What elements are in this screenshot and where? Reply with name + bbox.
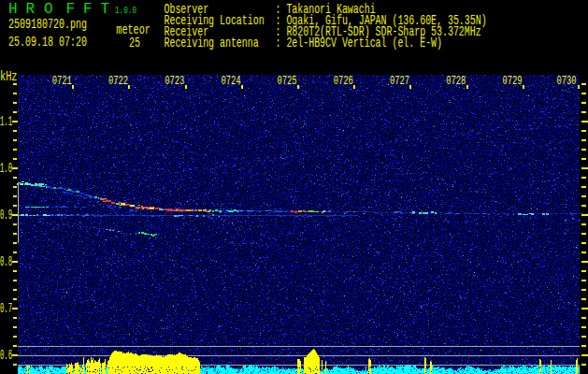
svg-text:Receiving antenna : 2el-HB9C: Receiving antenna : 2el-HB9CV Vertical (… bbox=[165, 36, 443, 51]
svg-text:0727: 0727 bbox=[390, 74, 409, 88]
svg-text:kHz: kHz bbox=[0, 69, 18, 84]
svg-text:0724: 0724 bbox=[221, 74, 240, 88]
svg-text:1.1: 1.1 bbox=[0, 114, 12, 129]
svg-text:0730: 0730 bbox=[557, 74, 577, 88]
svg-text:0.6: 0.6 bbox=[0, 348, 12, 363]
svg-text:2509180720.png: 2509180720.png bbox=[8, 17, 87, 33]
svg-text:0721: 0721 bbox=[52, 74, 72, 88]
svg-text:0722: 0722 bbox=[108, 74, 128, 88]
svg-text:1.0: 1.0 bbox=[0, 161, 12, 176]
svg-text:0.8: 0.8 bbox=[0, 254, 12, 269]
svg-text:1.0.0: 1.0.0 bbox=[115, 6, 136, 16]
svg-text:0725: 0725 bbox=[278, 74, 297, 88]
svg-text:0.7: 0.7 bbox=[0, 301, 12, 316]
svg-text:25: 25 bbox=[129, 36, 140, 51]
svg-text:25.09.18 07:20: 25.09.18 07:20 bbox=[8, 35, 87, 50]
svg-text:0.9: 0.9 bbox=[0, 208, 12, 223]
svg-text:0729: 0729 bbox=[502, 74, 522, 88]
svg-text:0726: 0726 bbox=[334, 74, 353, 88]
svg-text:0723: 0723 bbox=[165, 74, 184, 88]
svg-text:0728: 0728 bbox=[446, 74, 466, 88]
